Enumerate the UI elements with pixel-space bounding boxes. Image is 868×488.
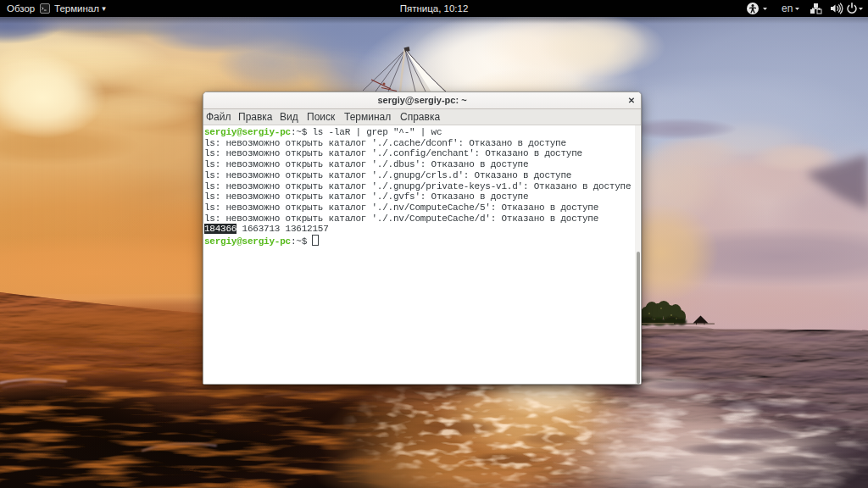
svg-text:en: en: [782, 3, 793, 14]
